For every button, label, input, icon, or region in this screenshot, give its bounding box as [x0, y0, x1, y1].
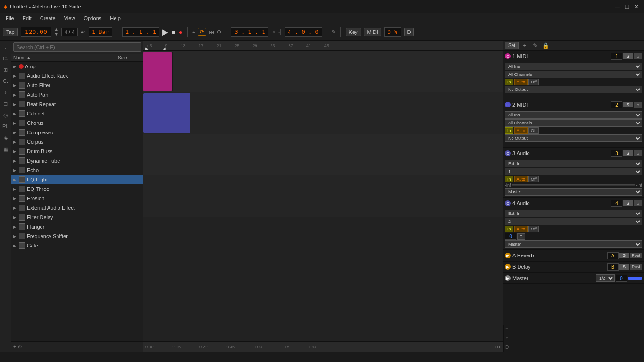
track-3-auto-btn[interactable]: Auto — [514, 176, 528, 182]
track-2-input-select[interactable]: All Ins — [505, 111, 642, 119]
track-4-auto-btn[interactable]: Auto — [514, 226, 528, 232]
col-header-size[interactable]: Size — [118, 55, 141, 60]
side-icon-9[interactable]: ▦ — [1, 144, 10, 154]
menu-create[interactable]: Create — [36, 15, 59, 22]
menu-options[interactable]: Options — [80, 15, 105, 22]
track-3-off-btn[interactable]: Off — [528, 176, 539, 182]
track-2-in-btn[interactable]: In — [505, 127, 513, 134]
track-1-circle[interactable]: ⊙ — [505, 53, 511, 59]
side-icon-5[interactable]: ⊟ — [1, 99, 10, 108]
track-3-output-select[interactable]: Master — [505, 188, 642, 196]
track-2-output-select[interactable]: No Output — [505, 134, 642, 142]
menu-file[interactable]: File — [2, 15, 18, 22]
list-item[interactable]: ▶ Frequency Shifter — [11, 231, 143, 241]
key-button[interactable]: Key — [346, 28, 361, 36]
track-3-circle[interactable]: ⊙ — [505, 150, 511, 156]
close-button[interactable]: ✕ — [633, 3, 640, 10]
track-4-channel-select[interactable]: 2 — [505, 218, 642, 225]
col-header-name[interactable]: Name ▲ — [13, 55, 118, 60]
track-3-bg[interactable] — [143, 134, 503, 175]
track-4-circle[interactable]: ⊙ — [505, 200, 511, 206]
list-item[interactable]: ▶ Amp — [11, 62, 143, 71]
master-half-select[interactable]: 1/2 — [596, 274, 615, 282]
side-icon-1[interactable]: C. — [1, 54, 10, 63]
list-item[interactable]: ▶ Compressor — [11, 128, 143, 137]
side-icon-4[interactable]: ♪ — [1, 88, 10, 97]
loop-icon[interactable]: ⟳ — [198, 28, 206, 36]
track-1-input-select[interactable]: All Ins — [505, 63, 642, 70]
track-4-in-btn[interactable]: In — [505, 226, 513, 232]
reverb-post-btn[interactable]: Post — [630, 253, 642, 258]
list-item[interactable]: ▶ Auto Filter — [11, 81, 143, 90]
side-icon-0[interactable]: ♩ — [1, 42, 10, 52]
drop-zone[interactable]: Drop an Instrument or Sample Here — [0, 352, 644, 362]
list-item[interactable]: ▶ Drum Buss — [11, 147, 143, 156]
track-4-off-btn[interactable]: Off — [528, 226, 539, 232]
track-1-s-btn[interactable]: S — [623, 53, 633, 59]
track-4-s-btn[interactable]: S — [623, 200, 633, 206]
list-item[interactable]: ▶ Cabinet — [11, 109, 143, 118]
side-icon-6[interactable]: ◎ — [1, 110, 10, 120]
track-3-channel-select[interactable]: 1 — [505, 168, 642, 175]
side-icon-7[interactable]: Pl. — [1, 122, 10, 131]
track-4-output-select[interactable]: Master — [505, 240, 642, 248]
mixer-add-btn[interactable]: + — [520, 41, 529, 50]
list-item[interactable]: ▶ Flanger — [11, 222, 143, 231]
track-3-fader[interactable] — [512, 184, 636, 186]
list-item[interactable]: ▶ Audio Effect Rack — [11, 71, 143, 81]
search-input[interactable] — [13, 42, 141, 52]
track-1-off-btn[interactable]: Off — [528, 79, 539, 85]
reverb-s-btn[interactable]: S — [619, 253, 629, 258]
track-1-r-btn[interactable]: ○ — [634, 53, 642, 59]
track-3-in-btn[interactable]: In — [505, 176, 513, 182]
track-1-auto-btn[interactable]: Auto — [514, 79, 528, 85]
midi-button[interactable]: MIDI — [364, 28, 381, 36]
tap-button[interactable]: Tap — [3, 28, 18, 36]
track-2-circle[interactable]: ⊙ — [505, 102, 511, 107]
side-icon-2[interactable]: ⊞ — [1, 65, 10, 74]
track-4-bg[interactable] — [143, 175, 503, 217]
side-icon-8[interactable]: ◈ — [1, 133, 10, 142]
browser-plus-icon[interactable]: + — [13, 344, 16, 349]
mixer-lock-btn[interactable]: 🔒 — [541, 41, 550, 50]
track-1-channel-select[interactable]: All Channels — [505, 71, 642, 78]
add-icon[interactable]: + — [192, 29, 195, 35]
list-item[interactable]: ▶ Dynamic Tube — [11, 156, 143, 165]
maximize-button[interactable]: □ — [623, 3, 631, 10]
d-button[interactable]: D — [404, 28, 414, 36]
delay-post-btn[interactable]: Post — [630, 264, 642, 270]
menu-edit[interactable]: Edit — [19, 15, 35, 22]
track-2-r-btn[interactable]: ○ — [634, 102, 642, 108]
track-2-s-btn[interactable]: S — [623, 102, 633, 107]
list-item[interactable]: ▶ Echo — [11, 165, 143, 175]
rewind-icon[interactable]: ⏮ — [209, 29, 214, 35]
track-4-r-btn[interactable]: ○ — [634, 200, 642, 206]
minimize-button[interactable]: ─ — [614, 3, 621, 10]
menu-help[interactable]: Help — [106, 15, 124, 22]
stop-button[interactable]: ■ — [172, 28, 175, 36]
mixer-settings-btn[interactable]: ✎ — [531, 41, 539, 50]
delay-circle[interactable]: ▶ — [505, 264, 511, 270]
track-4-c-btn[interactable]: C — [517, 233, 525, 240]
set-button[interactable]: Set — [505, 42, 519, 49]
list-item[interactable]: ▶ Erosion — [11, 194, 143, 203]
play-button[interactable]: ▶ — [162, 27, 169, 37]
track-2-bg[interactable] — [143, 92, 503, 134]
list-item[interactable]: ▶ Beat Repeat — [11, 99, 143, 109]
track-1-in-btn[interactable]: In — [505, 79, 513, 85]
reverb-circle[interactable]: ▶ — [505, 253, 511, 258]
midi-icon[interactable]: ⊙ — [217, 29, 221, 35]
track-2-auto-btn[interactable]: Auto — [514, 127, 528, 134]
master-circle[interactable]: ▶ — [505, 275, 511, 281]
side-icon-3[interactable]: C. — [1, 76, 10, 86]
record-button[interactable]: ● — [179, 28, 182, 36]
list-item[interactable]: ▶ Filter Delay — [11, 213, 143, 222]
track-3-s-btn[interactable]: S — [623, 150, 633, 156]
list-item[interactable]: ▶ Gate — [11, 241, 143, 250]
menu-view[interactable]: View — [60, 15, 79, 22]
list-item[interactable]: ▶ Auto Pan — [11, 90, 143, 99]
list-item[interactable]: ▶ Corpus — [11, 137, 143, 147]
list-item-eq-eight[interactable]: ▶ EQ Eight — [11, 175, 143, 184]
track-4-input-select[interactable]: Ext. In — [505, 210, 642, 217]
track-3-input-select[interactable]: Ext. In — [505, 160, 642, 167]
